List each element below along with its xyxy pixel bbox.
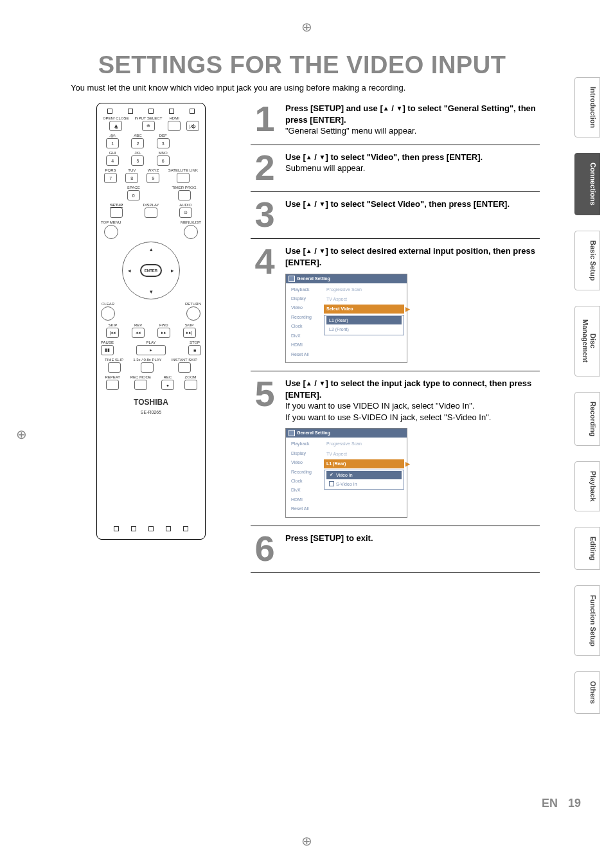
checkbox-icon [329, 472, 334, 477]
remote-btn-repeat [106, 380, 119, 390]
tab-introduction[interactable]: Introduction [574, 77, 600, 137]
page-title: SETTINGS FOR THE VIDEO INPUT [64, 51, 540, 79]
steps-list: 1Press [SETUP] and use [▲ / ▼] to select… [251, 103, 540, 573]
remote-over-6: MNO [159, 151, 168, 155]
remote-key-2: 2 [131, 138, 144, 148]
remote-btn-pause: ▮▮ [101, 345, 114, 355]
remote-label-pause: PAUSE [101, 341, 114, 344]
remote-wheel-down-icon: ▾ [150, 288, 153, 295]
step-number: 5 [251, 378, 279, 410]
remote-btn-satellite [177, 173, 190, 183]
remote-key-9: 9 [147, 173, 159, 183]
remote-label-input-select: INPUT SELECT [134, 116, 162, 120]
remote-btn-power: |/⏻ [186, 121, 199, 131]
osd-left-item: DivX [289, 486, 322, 494]
osd-left-item: HDMI [289, 495, 322, 504]
osd-left-item: Video [289, 303, 322, 312]
remote-label-clear: CLEAR [102, 302, 114, 306]
remote-over-8: TUV [128, 168, 136, 172]
step-3: 3Use [▲ / ▼] to select "Select Video", t… [251, 192, 540, 239]
osd-highlight: Select Video▶ [324, 305, 404, 313]
step-subtext: Submenu will appear. [285, 163, 540, 174]
step-2: 2Use [▲ / ▼] to select "Video", then pre… [251, 145, 540, 192]
step-heading: Use [▲ / ▼] to select desired external i… [285, 245, 540, 268]
step-body: Use [▲ / ▼] to select "Select Video", th… [285, 199, 540, 210]
tab-others[interactable]: Others [574, 671, 600, 713]
osd-body: PlaybackDisplayVideoRecordingClockDivXHD… [286, 438, 407, 517]
down-triangle-icon: ▼ [319, 200, 326, 208]
down-triangle-icon: ▼ [396, 105, 402, 112]
remote-label-timeslip: TIME SLIP [105, 358, 123, 362]
remote-btn-input-select: ⊕ [142, 121, 155, 131]
remote-btn-zoom [184, 380, 197, 390]
remote-label-satellite: SATELLITE LINK [168, 168, 198, 172]
remote-over-5: JKL [134, 151, 141, 155]
step-number: 1 [251, 103, 279, 135]
remote-btn-menulist [184, 225, 198, 239]
remote-over-3: DEF [159, 134, 167, 137]
step-number: 6 [251, 533, 279, 565]
remote-label-hdmi: HDMI [170, 116, 179, 120]
down-triangle-icon: ▼ [319, 380, 326, 387]
tab-playback[interactable]: Playback [574, 461, 600, 511]
step-heading: Press [SETUP] to exit. [285, 533, 540, 544]
remote-brand: TOSHIBA [101, 398, 201, 407]
osd-right-panel: Progressive ScanTV AspectL1 (Rear)▶Video… [324, 439, 404, 513]
remote-label-repeat: REPEAT [105, 375, 120, 379]
tab-disc-management[interactable]: Disc Management [574, 306, 600, 376]
remote-over-7: PQRS [105, 168, 116, 172]
step-4: 4Use [▲ / ▼] to select desired external … [251, 239, 540, 371]
footer-lang: EN [542, 797, 558, 810]
remote-btn-speedplay [141, 362, 154, 373]
osd-panel: General SettingPlaybackDisplayVideoRecor… [285, 428, 407, 518]
tab-editing[interactable]: Editing [574, 527, 600, 570]
step-body: Press [SETUP] to exit. [285, 533, 540, 544]
remote-label-timer: TIMER PROG. [172, 186, 197, 190]
checkbox-icon [329, 481, 334, 486]
tab-function-setup[interactable]: Function Setup [574, 585, 600, 656]
remote-label-skipfwd: SKIP [185, 323, 194, 327]
osd-left-item: Playback [289, 285, 322, 294]
remote-label-fwd: FWD [159, 323, 168, 327]
tab-connections[interactable]: Connections [574, 153, 600, 215]
remote-over-4: GHI [109, 151, 116, 155]
osd-left-item: Clock [289, 477, 322, 485]
remote-label-skipback: SKIP [109, 323, 118, 327]
step-body: Use [▲ / ▼] to select the input jack typ… [285, 378, 540, 518]
remote-key-5: 5 [131, 155, 144, 166]
up-triangle-icon: ▲ [383, 105, 389, 112]
osd-list-item: Video In [326, 471, 402, 479]
osd-list-item: L1 (Rear) [326, 316, 402, 324]
remote-over-0: SPACE [127, 186, 140, 190]
osd-right-item-dim: TV Aspect [324, 295, 404, 303]
crop-mark-top: ⊕ [301, 19, 312, 35]
remote-btn-stop: ■ [188, 345, 201, 355]
remote-label-open-close: OPEN/ CLOSE [103, 116, 129, 120]
remote-btn-timeslip [108, 362, 121, 373]
remote-over-2: ABC [134, 134, 141, 137]
tab-recording[interactable]: Recording [574, 392, 600, 446]
step-heading: Use [▲ / ▼] to select "Video", then pres… [285, 152, 540, 163]
remote-top-dots [101, 109, 201, 114]
remote-label-recmode: REC MODE [130, 375, 151, 379]
osd-left-item: Recording [289, 313, 322, 321]
up-triangle-icon: ▲ [306, 200, 312, 208]
remote-label-stop: STOP [190, 341, 200, 344]
remote-btn-hdmi [168, 121, 181, 131]
up-triangle-icon: ▲ [306, 380, 312, 387]
remote-wheel-up-icon: ▴ [150, 246, 153, 252]
remote-key-6: 6 [157, 155, 170, 166]
arrow-right-icon: ▶ [405, 460, 410, 468]
tab-basic-setup[interactable]: Basic Setup [574, 231, 600, 290]
remote-model: SE-R0265 [101, 410, 201, 414]
section-tabs: IntroductionConnectionsBasic SetupDisc M… [574, 77, 600, 714]
step-number: 2 [251, 152, 279, 184]
osd-left-item: Recording [289, 468, 322, 476]
remote-control-illustration: OPEN/ CLOSE▲̲ INPUT SELECT⊕ HDMI |/⏻ .@/… [96, 103, 206, 540]
step-number: 3 [251, 199, 279, 231]
osd-left-item: Display [289, 294, 322, 303]
remote-key-4: 4 [106, 155, 119, 166]
osd-list-item: L2 (Front) [326, 325, 402, 333]
crop-mark-bottom: ⊕ [301, 833, 312, 849]
up-triangle-icon: ▲ [306, 154, 312, 161]
